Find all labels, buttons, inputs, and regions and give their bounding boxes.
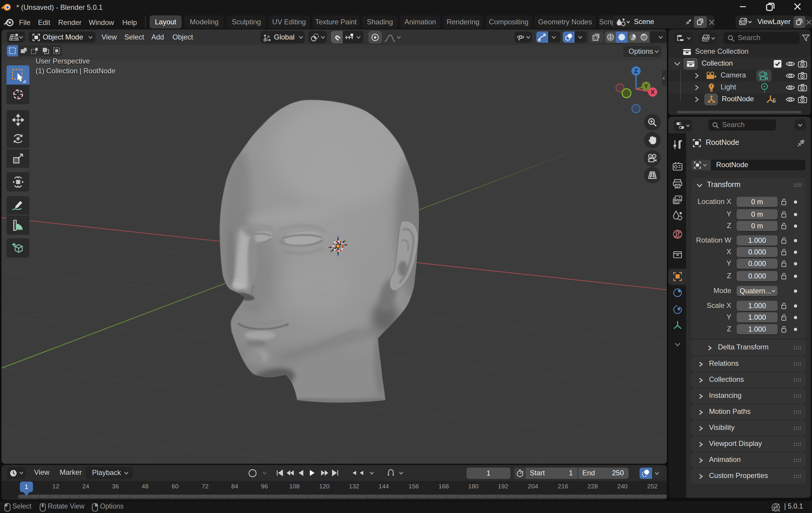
svg-text:Y: Y <box>644 83 648 89</box>
svg-text:X: X <box>650 88 655 95</box>
svg-text:Z: Z <box>634 67 638 74</box>
